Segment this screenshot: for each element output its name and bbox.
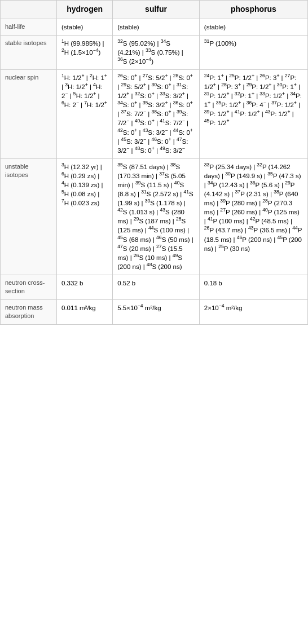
cell-phosphorus-stable-isotopes: 31P (100%): [199, 35, 307, 69]
cell-phosphorus-unstable-isotopes: 33P (25.34 days) | 32P (14.262 days) | 3…: [199, 158, 307, 275]
cell-sulfur-half-life: (stable): [113, 19, 200, 35]
cell-sulfur-neutron-cross-section: 0.52 b: [113, 275, 200, 299]
column-header-sulfur: sulfur: [113, 1, 200, 19]
row-label-neutron-cross-section: neutron cross-section: [1, 275, 57, 299]
cell-hydrogen-nuclear-spin: 1H: 1/2+ | 2H: 1+ | 3H: 1/2+ | 4H: 2− | …: [57, 69, 113, 158]
row-unstable-isotopes: unstable isotopes 3H (12.32 yr) | 6H (0.…: [1, 158, 308, 275]
row-label-neutron-mass-absorption: neutron mass absorption: [1, 299, 57, 324]
column-header-phosphorus: phosphorus: [199, 1, 307, 19]
cell-phosphorus-neutron-cross-section: 0.18 b: [199, 275, 307, 299]
row-neutron-cross-section: neutron cross-section 0.332 b 0.52 b 0.1…: [1, 275, 308, 299]
cell-hydrogen-neutron-mass-absorption: 0.011 m²/kg: [57, 299, 113, 324]
cell-sulfur-unstable-isotopes: 35S (87.51 days) | 38S (170.33 min) | 37…: [113, 158, 200, 275]
cell-phosphorus-nuclear-spin: 24P: 1+ | 25P: 1/2+ | 26P: 3+ | 27P: 1/2…: [199, 69, 307, 158]
cell-hydrogen-half-life: (stable): [57, 19, 113, 35]
row-neutron-mass-absorption: neutron mass absorption 0.011 m²/kg 5.5×…: [1, 299, 308, 324]
row-nuclear-spin: nuclear spin 1H: 1/2+ | 2H: 1+ | 3H: 1/2…: [1, 69, 308, 158]
cell-hydrogen-stable-isotopes: 1H (99.985%) | 2H (1.5×10−4): [57, 35, 113, 69]
cell-hydrogen-unstable-isotopes: 3H (12.32 yr) | 6H (0.29 zs) | 4H (0.139…: [57, 158, 113, 275]
row-stable-isotopes: stable isotopes 1H (99.985%) | 2H (1.5×1…: [1, 35, 308, 69]
cell-sulfur-neutron-mass-absorption: 5.5×10−4 m²/kg: [113, 299, 200, 324]
cell-hydrogen-neutron-cross-section: 0.332 b: [57, 275, 113, 299]
cell-phosphorus-neutron-mass-absorption: 2×10−4 m²/kg: [199, 299, 307, 324]
row-label-stable-isotopes: stable isotopes: [1, 35, 57, 69]
cell-sulfur-nuclear-spin: 26S: 0+ | 27S: 5/2+ | 28S: 0+ | 29S: 5/2…: [113, 69, 200, 158]
row-label-half-life: half-life: [1, 19, 57, 35]
cell-phosphorus-half-life: (stable): [199, 19, 307, 35]
row-label-unstable-isotopes: unstable isotopes: [1, 158, 57, 275]
column-header-hydrogen: hydrogen: [57, 1, 113, 19]
row-label-nuclear-spin: nuclear spin: [1, 69, 57, 158]
corner-header: [1, 1, 57, 19]
row-half-life: half-life (stable) (stable) (stable): [1, 19, 308, 35]
cell-sulfur-stable-isotopes: 32S (95.02%) | 34S (4.21%) | 33S (0.75%)…: [113, 35, 200, 69]
